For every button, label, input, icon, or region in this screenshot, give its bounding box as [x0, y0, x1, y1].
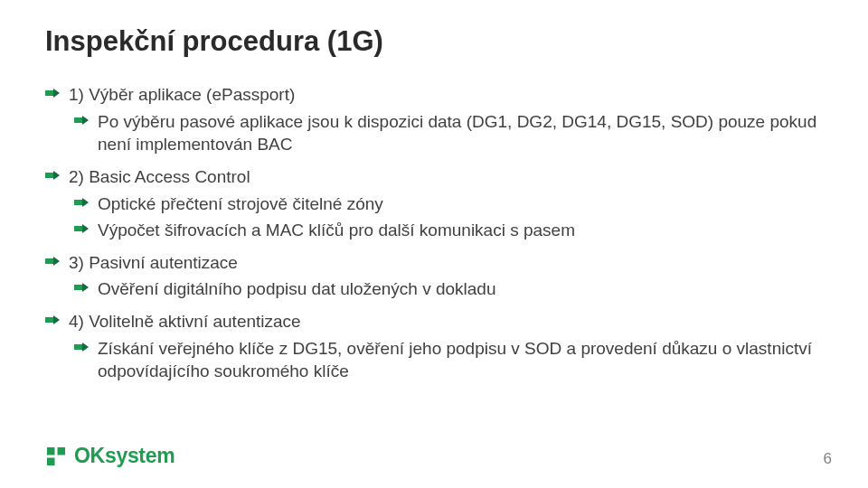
- svg-rect-0: [45, 90, 53, 96]
- arrow-bullet-icon: [74, 343, 89, 389]
- brand-name: OKsystem: [74, 444, 175, 468]
- arrow-bullet-icon: [45, 89, 60, 112]
- list-item-l2: Ověření digitálního podpisu dat uloženýc…: [45, 277, 823, 301]
- arrow-bullet-icon: [74, 224, 89, 248]
- content-list: 1) Výběr aplikace (ePassport)Po výběru p…: [45, 83, 823, 383]
- svg-marker-15: [53, 315, 60, 324]
- list-item-text: Optické přečtení strojově čitelné zóny: [98, 192, 823, 216]
- list-item-text: Výpočet šifrovacích a MAC klíčů pro dalš…: [98, 219, 823, 242]
- svg-rect-6: [74, 200, 82, 205]
- page-number: 6: [824, 450, 832, 468]
- svg-marker-13: [82, 283, 89, 292]
- list-item-text: 1) Výběr aplikace (ePassport): [69, 83, 823, 107]
- svg-rect-14: [45, 317, 53, 323]
- svg-marker-17: [82, 343, 89, 352]
- list-item-l1: 3) Pasivní autentizace: [45, 251, 823, 275]
- footer-brand: OKsystem: [45, 444, 175, 468]
- list-item-text: 4) Volitelně aktivní autentizace: [69, 310, 823, 333]
- list-item-l1: 4) Volitelně aktivní autentizace: [45, 310, 823, 333]
- slide: Inspekční procedura (1G) 1) Výběr aplika…: [0, 0, 868, 488]
- list-item-l2: Výpočet šifrovacích a MAC klíčů pro dalš…: [45, 219, 823, 242]
- brand-logo-icon: [45, 446, 67, 467]
- list-item-text: Ověření digitálního podpisu dat uloženýc…: [98, 277, 823, 301]
- list-item-l1: 2) Basic Access Control: [45, 165, 823, 189]
- svg-rect-4: [45, 173, 53, 178]
- svg-rect-18: [47, 447, 55, 455]
- svg-marker-1: [53, 89, 60, 98]
- svg-rect-12: [74, 285, 82, 290]
- slide-title: Inspekční procedura (1G): [45, 25, 823, 58]
- svg-rect-8: [74, 226, 82, 231]
- list-item-l2: Po výběru pasové aplikace jsou k dispozi…: [45, 110, 823, 156]
- svg-marker-11: [53, 257, 60, 266]
- list-item-text: Získání veřejného klíče z DG15, ověření …: [98, 337, 823, 383]
- svg-marker-3: [82, 116, 89, 125]
- arrow-bullet-icon: [45, 315, 60, 339]
- svg-marker-9: [82, 224, 89, 233]
- arrow-bullet-icon: [45, 257, 60, 280]
- svg-marker-5: [53, 171, 60, 180]
- arrow-bullet-icon: [74, 116, 89, 162]
- arrow-bullet-icon: [45, 171, 60, 194]
- list-item-l2: Optické přečtení strojově čitelné zóny: [45, 192, 823, 216]
- arrow-bullet-icon: [74, 198, 89, 221]
- svg-rect-2: [74, 117, 82, 123]
- svg-marker-7: [82, 198, 89, 207]
- svg-rect-10: [45, 258, 53, 264]
- svg-rect-19: [58, 447, 66, 455]
- list-item-l2: Získání veřejného klíče z DG15, ověření …: [45, 337, 823, 383]
- list-item-text: 3) Pasivní autentizace: [69, 251, 823, 275]
- arrow-bullet-icon: [74, 283, 89, 306]
- svg-rect-16: [74, 344, 82, 350]
- list-item-l1: 1) Výběr aplikace (ePassport): [45, 83, 823, 107]
- svg-rect-20: [47, 457, 55, 465]
- list-item-text: 2) Basic Access Control: [69, 165, 823, 189]
- list-item-text: Po výběru pasové aplikace jsou k dispozi…: [98, 110, 823, 156]
